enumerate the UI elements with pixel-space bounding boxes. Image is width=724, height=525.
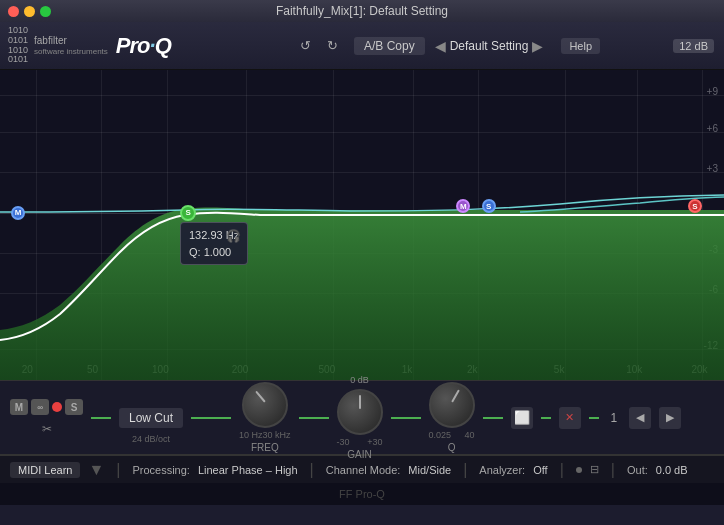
- sep4: |: [560, 461, 564, 479]
- eq-node-1-label: M: [15, 208, 22, 217]
- freq-knob-indicator: [255, 391, 266, 403]
- status-indicator-dot: [576, 467, 582, 473]
- gain-min: -30: [337, 437, 350, 447]
- eq-node-3-label: M: [460, 202, 467, 211]
- band-controls: M ∞ S ✂ Low Cut 24 dB/oct 10 Hz 30 kHz: [0, 380, 724, 455]
- freq-label: FREQ: [251, 442, 279, 453]
- band-number: 1: [611, 411, 618, 425]
- q-knob-container: 0.025 40 Q: [429, 382, 475, 453]
- out-value: 0.0 dB: [656, 464, 688, 476]
- filter-type-button[interactable]: Low Cut 24 dB/oct: [119, 408, 183, 428]
- eq-line-cyan: [0, 195, 724, 212]
- freq-knob-container: 10 Hz 30 kHz FREQ: [239, 382, 291, 453]
- eq-node-2[interactable]: S: [180, 205, 196, 221]
- header-controls: ↺ ↻ A/B Copy ◀ Default Setting ▶ Help: [178, 36, 716, 55]
- window-title: Faithfully_Mix[1]: Default Setting: [276, 4, 448, 18]
- q-max: 40: [465, 430, 475, 440]
- prev-band-button[interactable]: ◀: [629, 407, 651, 429]
- status-dropdown-arrow[interactable]: ▼: [88, 461, 104, 479]
- plugin-header: 1010010110100101 fabfilter software inst…: [0, 22, 724, 70]
- maximize-button[interactable]: [40, 6, 51, 17]
- logo-grid-icon: 1010010110100101: [8, 26, 28, 66]
- left-controls: M ∞ S ✂: [10, 399, 83, 436]
- gain-label: GAIN: [347, 449, 371, 460]
- filter-type-label: Low Cut: [129, 411, 173, 425]
- freq-min: 10 Hz: [239, 430, 263, 440]
- green-connector-6: [541, 417, 551, 419]
- green-connector-1: [91, 417, 111, 419]
- sep1: |: [116, 461, 120, 479]
- proq-logo: Pro·Q: [116, 33, 171, 59]
- preset-area: ◀ Default Setting ▶: [435, 38, 544, 54]
- title-bar: Faithfully_Mix[1]: Default Setting: [0, 0, 724, 22]
- undo-redo-group: ↺ ↻: [294, 36, 344, 55]
- brand-sub: software instruments: [34, 47, 108, 56]
- sep3: |: [463, 461, 467, 479]
- eq-node-4-label: S: [486, 202, 491, 211]
- freq-knob[interactable]: [242, 382, 288, 428]
- eq-node-5[interactable]: S: [688, 199, 702, 213]
- q-knob[interactable]: [429, 382, 475, 428]
- settings-icon-btn[interactable]: ⬜: [511, 407, 533, 429]
- freq-range: 10 Hz 30 kHz: [239, 430, 291, 440]
- m-button[interactable]: M: [10, 399, 28, 415]
- close-button[interactable]: [8, 6, 19, 17]
- undo-button[interactable]: ↺: [294, 36, 317, 55]
- eq-fill: [0, 207, 724, 380]
- channel-mode-value: Mid/Side: [408, 464, 451, 476]
- gain-range: -30 +30: [337, 437, 383, 447]
- record-dot: [52, 402, 62, 412]
- copy-icon: ⊟: [590, 463, 599, 476]
- analyzer-value: Off: [533, 464, 547, 476]
- eq-node-3[interactable]: M: [456, 199, 470, 213]
- gain-knob[interactable]: [337, 389, 383, 435]
- scissors-icon[interactable]: ✂: [42, 422, 52, 436]
- loop-button[interactable]: ∞: [31, 399, 49, 415]
- plugin-footer: FF Pro-Q: [0, 483, 724, 505]
- sep5: |: [611, 461, 615, 479]
- close-band-button[interactable]: ✕: [559, 407, 581, 429]
- minimize-button[interactable]: [24, 6, 35, 17]
- q-range: 0.025 40: [429, 430, 475, 440]
- eq-node-4[interactable]: S: [482, 199, 496, 213]
- green-connector-4: [391, 417, 421, 419]
- preset-prev-button[interactable]: ◀: [435, 38, 446, 54]
- eq-curve-svg: [0, 70, 724, 380]
- gain-max: +30: [367, 437, 382, 447]
- processing-label: Processing:: [132, 464, 189, 476]
- analyzer-label: Analyzer:: [479, 464, 525, 476]
- sep2: |: [310, 461, 314, 479]
- plugin-container: 1010010110100101 fabfilter software inst…: [0, 22, 724, 525]
- freq-max: 30 kHz: [263, 430, 291, 440]
- q-label: Q: [448, 442, 456, 453]
- ab-copy-button[interactable]: A/B Copy: [354, 37, 425, 55]
- q-min: 0.025: [429, 430, 452, 440]
- green-connector-2: [191, 417, 231, 419]
- eq-display[interactable]: +9 +6 +3 -3 -6 -12 20 50 100 200 500 1k …: [0, 70, 724, 380]
- redo-button[interactable]: ↻: [321, 36, 344, 55]
- traffic-lights: [8, 6, 51, 17]
- out-label: Out:: [627, 464, 648, 476]
- msm-row: M ∞ S: [10, 399, 83, 415]
- next-band-button[interactable]: ▶: [659, 407, 681, 429]
- help-button[interactable]: Help: [561, 38, 600, 54]
- s-button[interactable]: S: [65, 399, 83, 415]
- gain-knob-container: 0 dB -30 +30 GAIN: [337, 375, 383, 460]
- gain-db-label: 0 dB: [350, 375, 369, 385]
- midi-learn-button[interactable]: MIDI Learn: [10, 462, 80, 478]
- gain-knob-indicator: [359, 395, 361, 409]
- green-connector-5: [483, 417, 503, 419]
- channel-mode-label: Channel Mode:: [326, 464, 401, 476]
- brand-name: fabfilter: [34, 35, 108, 47]
- green-connector-7: [589, 417, 599, 419]
- eq-node-5-label: S: [692, 202, 697, 211]
- eq-node-1[interactable]: M: [11, 206, 25, 220]
- db-range-label: 12 dB: [673, 39, 714, 53]
- processing-value: Linear Phase – High: [198, 464, 298, 476]
- filter-slope-label: 24 dB/oct: [132, 434, 170, 444]
- preset-name: Default Setting: [450, 39, 529, 53]
- eq-node-2-label: S: [186, 208, 191, 217]
- preset-next-button[interactable]: ▶: [532, 38, 543, 54]
- footer-label: FF Pro-Q: [339, 488, 385, 500]
- green-connector-3: [299, 417, 329, 419]
